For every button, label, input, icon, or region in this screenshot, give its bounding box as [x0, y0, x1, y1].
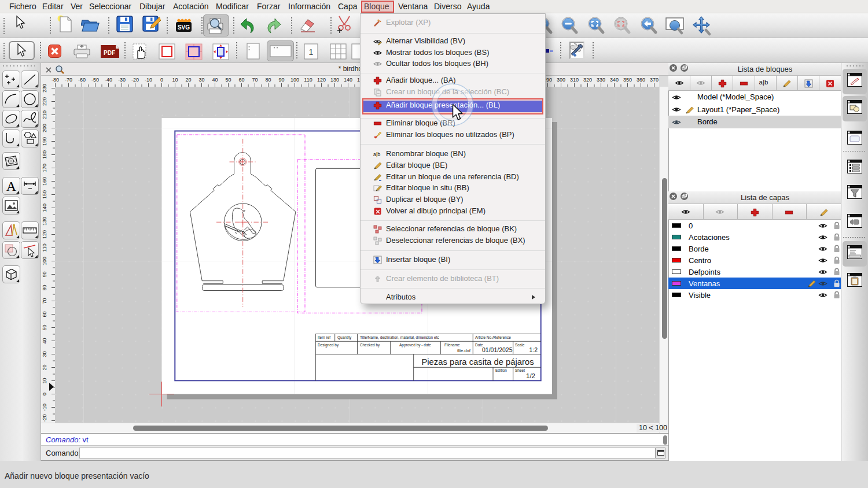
- svg-text:PDF: PDF: [104, 50, 115, 56]
- svg-text:120: 120: [317, 77, 326, 83]
- svg-text:90: 90: [278, 77, 284, 83]
- svg-text:70: 70: [252, 77, 258, 83]
- svg-text:40: 40: [42, 338, 47, 343]
- svg-text:-20: -20: [131, 77, 139, 83]
- svg-text:1:2: 1:2: [529, 346, 538, 353]
- svg-text:60: 60: [238, 77, 244, 83]
- svg-text:30: 30: [198, 77, 204, 83]
- svg-text:10: 10: [172, 77, 178, 83]
- svg-text:Designed by: Designed by: [318, 343, 339, 347]
- svg-text:60: 60: [42, 311, 47, 317]
- svg-text:150: 150: [42, 190, 47, 199]
- svg-text:01/01/2025: 01/01/2025: [482, 346, 513, 353]
- svg-text:80: 80: [265, 77, 271, 83]
- svg-text:70: 70: [42, 298, 47, 304]
- svg-text:140: 140: [42, 204, 47, 212]
- svg-text:1: 1: [309, 47, 314, 57]
- svg-text:0: 0: [160, 77, 163, 83]
- svg-text:Filename: Filename: [444, 343, 460, 347]
- svg-text:20: 20: [185, 77, 191, 83]
- svg-text:100: 100: [42, 257, 47, 265]
- svg-text:140: 140: [344, 77, 352, 83]
- svg-text:320: 320: [583, 77, 592, 83]
- svg-text:190: 190: [42, 137, 47, 146]
- svg-text:Piezas para casita de pájaros: Piezas para casita de pájaros: [421, 357, 534, 367]
- svg-text:330: 330: [597, 77, 605, 83]
- svg-text:A: A: [6, 179, 17, 193]
- svg-text:Approved by - date: Approved by - date: [399, 343, 431, 347]
- svg-text:130: 130: [330, 77, 339, 83]
- svg-text:50: 50: [42, 324, 47, 330]
- svg-text:180: 180: [42, 150, 47, 159]
- svg-text:110: 110: [304, 77, 312, 83]
- svg-text:-50: -50: [91, 77, 99, 83]
- svg-text:-70: -70: [65, 77, 72, 83]
- svg-text:350: 350: [623, 77, 632, 83]
- svg-text:120: 120: [42, 230, 47, 239]
- svg-text:Sheet: Sheet: [515, 368, 525, 372]
- svg-text:90: 90: [42, 271, 47, 277]
- svg-text:30: 30: [42, 351, 47, 357]
- svg-text:10: 10: [42, 378, 47, 383]
- svg-text:-60: -60: [78, 77, 86, 83]
- svg-text:1/2: 1/2: [526, 372, 535, 379]
- svg-text:210: 210: [42, 110, 47, 119]
- svg-text:110: 110: [42, 243, 47, 252]
- svg-text:0: 0: [42, 393, 47, 395]
- svg-text:Quantity: Quantity: [337, 335, 352, 340]
- svg-text:230: 230: [42, 84, 47, 93]
- svg-text:300: 300: [557, 77, 565, 83]
- svg-text:100: 100: [290, 77, 299, 83]
- svg-text:20: 20: [42, 364, 47, 370]
- svg-text:Scale: Scale: [515, 343, 525, 347]
- svg-text:130: 130: [42, 217, 47, 225]
- svg-text:160: 160: [42, 177, 47, 186]
- svg-text:Edition: Edition: [495, 368, 507, 372]
- svg-text:Article No./Reference: Article No./Reference: [475, 335, 511, 339]
- svg-text:-30: -30: [118, 77, 126, 83]
- svg-text:360: 360: [637, 77, 645, 83]
- svg-text:-10: -10: [145, 77, 152, 83]
- svg-text:a|b: a|b: [373, 151, 380, 157]
- svg-text:370: 370: [650, 77, 659, 83]
- svg-text:-40: -40: [105, 77, 112, 83]
- svg-text:-10: -10: [42, 404, 47, 411]
- svg-text:-80: -80: [52, 77, 59, 83]
- svg-text:Title/Name, destination, mater: Title/Name, destination, material, dimen…: [360, 335, 439, 339]
- svg-text:310: 310: [570, 77, 579, 83]
- svg-text:Checked by: Checked by: [360, 343, 380, 347]
- svg-text:340: 340: [610, 77, 619, 83]
- svg-text:50: 50: [225, 77, 231, 83]
- svg-text:170: 170: [42, 164, 47, 172]
- svg-text:200: 200: [42, 124, 47, 132]
- svg-text:-20: -20: [42, 414, 47, 422]
- svg-text:SVG: SVG: [178, 24, 190, 31]
- svg-text:file.dxf: file.dxf: [457, 348, 471, 353]
- svg-text:Item ref: Item ref: [318, 335, 330, 339]
- svg-text:220: 220: [42, 97, 47, 106]
- svg-text:40: 40: [212, 77, 218, 83]
- svg-text:80: 80: [42, 284, 47, 290]
